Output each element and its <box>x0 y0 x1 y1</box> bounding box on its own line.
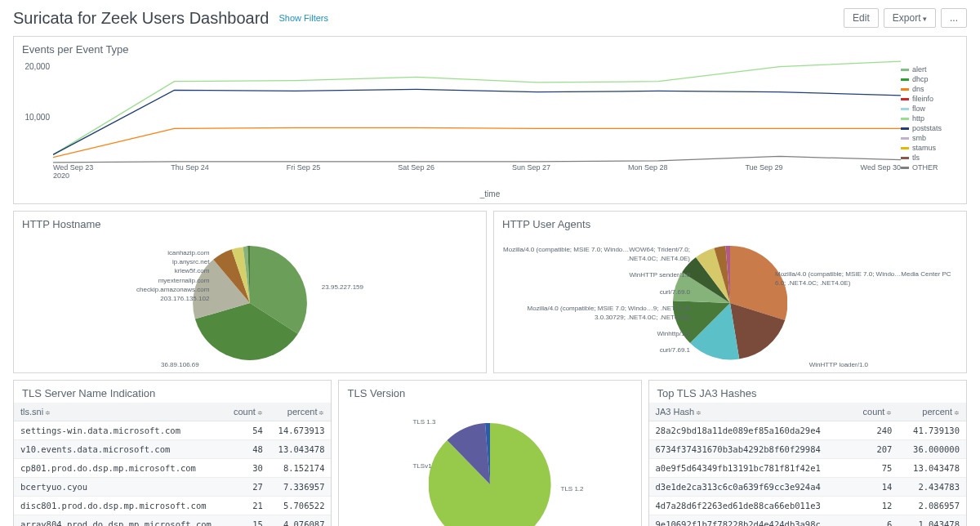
col-count[interactable]: count≑ <box>851 403 899 421</box>
table-row[interactable]: bcertyuo.cyou277.336957 <box>14 478 331 497</box>
table-row[interactable]: 28a2c9bd18a11de089ef85a160da29e424041.73… <box>649 421 966 440</box>
http-hostname-pie[interactable]: icanhazip.comip.anysrc.netkrlew5f.commye… <box>14 234 486 372</box>
dashboard-header: Suricata for Zeek Users Dashboard Show F… <box>0 0 980 33</box>
x-axis: Wed Sep 232020Thu Sep 24Fri Sep 25Sat Se… <box>53 163 901 181</box>
events-per-type-panel: Events per Event Type 20,00010,000 Wed S… <box>13 36 967 204</box>
table-row[interactable]: array804.prod.do.dsp.mp.microsoft.com154… <box>14 515 331 527</box>
panel-title: Events per Event Type <box>14 37 966 59</box>
tls-version-panel: TLS Version TLS 1.3 TLSv1 TLS 1.2 <box>338 380 641 526</box>
table-row[interactable]: cp801.prod.do.dsp.mp.microsoft.com308.15… <box>14 459 331 478</box>
pie-label-right: 23.95.227.159 <box>322 283 363 292</box>
http-hostname-panel: HTTP Hostname icanhazip.comip.anysrc.net… <box>13 211 487 373</box>
panel-title: TLS Version <box>339 381 640 403</box>
panel-title: Top TLS JA3 Hashes <box>649 381 966 403</box>
pie-label-bottom: 36.89.106.69 <box>161 360 199 369</box>
pie-label-tlsv1: TLSv1 <box>412 461 431 470</box>
x-axis-label: _time <box>14 189 966 203</box>
table-row[interactable]: 6734f37431670b3ab4292b8f60f2998420736.00… <box>649 440 966 459</box>
pie-labels-left: Mozilla/4.0 (compatible; MSIE 7.0; Windo… <box>502 245 690 363</box>
table-row[interactable]: v10.events.data.microsoft.com4813.043478 <box>14 440 331 459</box>
http-user-agents-panel: HTTP User Agents Mozilla/4.0 (compatible… <box>493 211 967 373</box>
pie-label-tls13: TLS 1.3 <box>412 417 435 426</box>
table-row[interactable]: d3e1de2ca313c6c0a639f69cc3e924a4142.4347… <box>649 478 966 497</box>
edit-button[interactable]: Edit <box>844 8 879 28</box>
pie-labels-left: icanhazip.comip.anysrc.netkrlew5f.commye… <box>136 248 209 303</box>
table-row[interactable]: disc801.prod.do.dsp.mp.microsoft.com215.… <box>14 497 331 515</box>
col-hash[interactable]: JA3 Hash≑ <box>649 403 851 421</box>
line-chart[interactable]: 20,00010,000 Wed Sep 232020Thu Sep 24Fri… <box>22 59 901 181</box>
panel-title: HTTP Hostname <box>14 212 486 234</box>
table-row[interactable]: a0e9f5d64349fb13191bc781f81f42e17513.043… <box>649 459 966 478</box>
tls-sni-panel: TLS Server Name Indication tls.sni≑ coun… <box>13 380 332 526</box>
tls-sni-table[interactable]: tls.sni≑ count≑ percent≑ settings-win.da… <box>14 403 331 526</box>
show-filters-link[interactable]: Show Filters <box>278 13 328 23</box>
y-axis: 20,00010,000 <box>22 59 53 163</box>
header-actions: Edit Export ... <box>844 8 967 28</box>
table-row[interactable]: 4d7a28d6f2263ed61de88ca66eb011e3122.0869… <box>649 497 966 515</box>
panel-title: TLS Server Name Indication <box>14 381 331 403</box>
table-row[interactable]: 9e10692f1b7f78228b2d4e424db3a98c61.04347… <box>649 515 966 527</box>
col-percent[interactable]: percent≑ <box>898 403 966 421</box>
col-count[interactable]: count≑ <box>225 403 270 421</box>
pie-label-br: WinHTTP loader/1.0 <box>809 360 868 369</box>
col-percent[interactable]: percent≑ <box>270 403 332 421</box>
tls-ja3-panel: Top TLS JA3 Hashes JA3 Hash≑ count≑ perc… <box>648 380 967 526</box>
page-title: Suricata for Zeek Users Dashboard <box>13 9 269 28</box>
table-row[interactable]: settings-win.data.microsoft.com5414.6739… <box>14 421 331 440</box>
tls-ja3-table[interactable]: JA3 Hash≑ count≑ percent≑ 28a2c9bd18a11d… <box>649 403 966 526</box>
pie-label-right: Mozilla/4.0 (compatible; MSIE 7.0; Windo… <box>775 270 963 288</box>
more-button[interactable]: ... <box>941 8 967 28</box>
http-user-agents-pie[interactable]: Mozilla/4.0 (compatible; MSIE 7.0; Windo… <box>494 234 966 372</box>
pie-label-tls12: TLS 1.2 <box>561 484 584 493</box>
export-button[interactable]: Export <box>884 8 936 28</box>
col-sni[interactable]: tls.sni≑ <box>14 403 225 421</box>
line-legend: alertdhcpdnsfileinfoflowhttppoststatssmb… <box>901 59 958 181</box>
panel-title: HTTP User Agents <box>494 212 966 234</box>
tls-version-pie[interactable]: TLS 1.3 TLSv1 TLS 1.2 <box>339 403 640 526</box>
